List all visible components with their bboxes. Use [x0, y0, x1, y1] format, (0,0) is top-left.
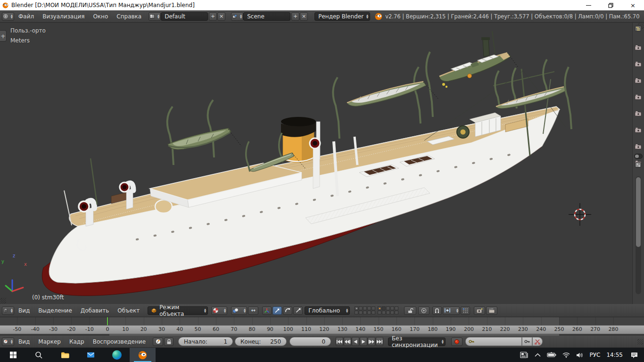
aft-mast[interactable]: [91, 158, 97, 205]
start-button[interactable]: [0, 348, 26, 362]
restrict-render-camera-toggle[interactable]: [635, 109, 642, 118]
layers-grid-left[interactable]: [355, 306, 375, 314]
3d-viewport[interactable]: Польз.-орто Meters (0) stm30ft z y x +: [0, 23, 632, 304]
battery-icon[interactable]: [547, 352, 556, 358]
properties-scrollbar[interactable]: [636, 176, 641, 294]
opengl-render-anim-button[interactable]: [486, 306, 497, 315]
toolshelf-expand-tab[interactable]: +: [0, 30, 7, 41]
file-explorer-button[interactable]: [52, 348, 78, 362]
auto-keyframe-button[interactable]: [451, 337, 462, 346]
menu-frame[interactable]: Кадр: [65, 336, 89, 347]
add-scene-button[interactable]: +: [291, 12, 299, 21]
restrict-render-camera-toggle[interactable]: [635, 76, 642, 85]
clock[interactable]: 14:55: [606, 352, 623, 358]
window-titlebar[interactable]: Blender [D:\МОИ МОДЕЛИ\USSA\Тип Манджур\…: [0, 0, 644, 10]
sync-mode-select[interactable]: Без синхронизации: [388, 337, 446, 346]
properties-editor-icon[interactable]: [635, 162, 642, 168]
restrict-render-camera-toggle[interactable]: [635, 126, 642, 135]
opengl-render-image-button[interactable]: [474, 306, 485, 315]
insert-keyframe-button[interactable]: [522, 337, 532, 346]
menu-window[interactable]: Окно: [89, 11, 112, 22]
lifeboat-whaleboat[interactable]: [333, 67, 426, 139]
current-frame-field[interactable]: 0: [289, 337, 331, 346]
restrict-render-camera-toggle[interactable]: [635, 43, 642, 52]
mode-select[interactable]: Режим объекта: [148, 306, 208, 315]
snap-toggle-button[interactable]: [432, 306, 442, 315]
scene-icon-button[interactable]: [231, 12, 243, 21]
timeline-ruler[interactable]: -50-40-30-20-100102030405060708090100110…: [0, 325, 644, 334]
scene-name-field[interactable]: Scene: [243, 12, 290, 21]
render-border-button[interactable]: [418, 306, 429, 315]
use-preview-range-button[interactable]: [153, 337, 163, 346]
lifeboat-small[interactable]: [167, 100, 231, 165]
right-panel-strip[interactable]: [632, 23, 644, 304]
menu-select[interactable]: Выделение: [34, 305, 76, 316]
menu-add[interactable]: Добавить: [76, 305, 113, 316]
speaker-icon[interactable]: [576, 352, 583, 358]
viewport-shading-select[interactable]: [211, 306, 227, 315]
lock-time-button[interactable]: [164, 337, 173, 346]
delete-scene-button[interactable]: ×: [300, 12, 308, 21]
keying-set-field[interactable]: [465, 337, 522, 346]
screen-name-field[interactable]: Default: [161, 12, 208, 21]
restore-button[interactable]: [600, 0, 622, 10]
close-button[interactable]: ×: [622, 0, 644, 10]
edge-browser-button[interactable]: [104, 348, 130, 362]
tray-chevron-icon[interactable]: [535, 353, 541, 357]
snap-grid-button[interactable]: [461, 306, 470, 315]
region-resize-grip[interactable]: [0, 298, 6, 304]
next-keyframe-button[interactable]: [368, 337, 375, 346]
render-engine-select[interactable]: Рендер Blender: [314, 12, 370, 21]
pivot-point-select[interactable]: [231, 306, 247, 315]
menu-view[interactable]: Вид: [14, 305, 34, 316]
transform-orientation-select[interactable]: Глобально: [305, 306, 350, 315]
ship-model[interactable]: [42, 69, 566, 296]
manipulator-scale-button[interactable]: [293, 306, 303, 315]
layers-grid-right[interactable]: [378, 306, 398, 314]
language-indicator[interactable]: РУС: [589, 352, 600, 358]
add-screen-button[interactable]: +: [209, 12, 217, 21]
region-resize-grip[interactable]: [637, 339, 643, 345]
minimize-button[interactable]: [578, 0, 600, 10]
outliner-editor-icon[interactable]: [635, 25, 642, 32]
lifeboat-bow[interactable]: [495, 59, 566, 108]
frame-start-field[interactable]: Начало: 1: [178, 337, 233, 346]
restrict-render-camera-toggle[interactable]: [635, 93, 642, 102]
timeline-playhead[interactable]: [107, 317, 108, 325]
editor-type-button[interactable]: [2, 12, 14, 21]
manipulator-rotate-button[interactable]: [283, 306, 292, 315]
mail-button[interactable]: [78, 348, 104, 362]
jump-to-end-button[interactable]: [376, 337, 383, 346]
editor-type-button[interactable]: [2, 306, 14, 315]
menu-view[interactable]: Вид: [14, 336, 34, 347]
menu-help[interactable]: Справка: [112, 11, 146, 22]
manipulator-axis-button[interactable]: [262, 306, 272, 315]
delete-screen-button[interactable]: ×: [217, 12, 225, 21]
snap-element-select[interactable]: [443, 306, 460, 315]
menu-file[interactable]: Файл: [14, 11, 38, 22]
lock-to-scene-button[interactable]: [404, 306, 416, 315]
prev-keyframe-button[interactable]: [344, 337, 351, 346]
screen-layout-icon-button[interactable]: [149, 12, 161, 21]
timeline-editor[interactable]: -50-40-30-20-100102030405060708090100110…: [0, 317, 644, 336]
play-reverse-button[interactable]: [352, 337, 359, 346]
editor-type-button[interactable]: [2, 337, 14, 346]
menu-object[interactable]: Объект: [113, 305, 144, 316]
viewport-canvas[interactable]: [0, 23, 632, 304]
blender-taskbar-button[interactable]: [130, 348, 156, 362]
restrict-render-camera-toggle[interactable]: [635, 60, 642, 69]
menu-playback[interactable]: Воспроизведение: [89, 336, 150, 347]
manipulator-translate-button[interactable]: [272, 306, 282, 315]
restrict-render-camera-toggle[interactable]: [635, 142, 642, 151]
menu-render[interactable]: Визуализация: [38, 11, 89, 22]
outliner-toggle-pill[interactable]: [634, 154, 643, 159]
jump-to-start-button[interactable]: [336, 337, 343, 346]
news-widget-icon[interactable]: [520, 352, 528, 359]
play-button[interactable]: [360, 337, 367, 346]
manipulate-center-points-toggle[interactable]: ↔: [248, 306, 258, 315]
action-center-icon[interactable]: [630, 352, 638, 359]
frame-end-field[interactable]: Конец: 250: [235, 337, 287, 346]
3d-cursor[interactable]: [569, 203, 591, 226]
delete-keyframe-button[interactable]: [532, 337, 543, 346]
davit-arm[interactable]: [565, 67, 571, 129]
